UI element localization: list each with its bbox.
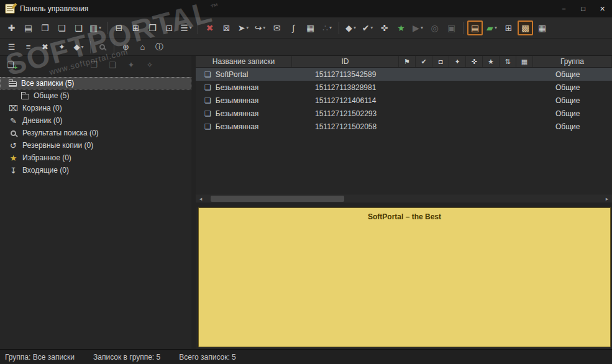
table-row[interactable]: ❏Безымянная 151127113828981 Общие: [196, 81, 612, 94]
maximize-button[interactable]: □: [573, 0, 593, 17]
info-button[interactable]: ⓘ: [152, 40, 167, 53]
insert-menu-button[interactable]: ↪: [252, 20, 268, 35]
check-icon: ✔: [421, 58, 426, 66]
column-header-id[interactable]: ID: [292, 56, 399, 67]
save-note-button[interactable]: ⊟: [111, 20, 127, 35]
calendar-mode-button[interactable]: ▦: [534, 20, 550, 35]
vertical-splitter[interactable]: [191, 56, 196, 349]
toolbar-separator: [339, 22, 339, 34]
table-row[interactable]: ❏Безымянная 151127121502293 Общие: [196, 107, 612, 120]
sidebar-item-common[interactable]: Общие (5): [0, 89, 191, 102]
insert-table-button[interactable]: ▦: [303, 20, 318, 35]
search-button[interactable]: [94, 40, 110, 53]
sidebar-item-inbox[interactable]: ↧ Входящие (0): [0, 164, 191, 176]
table-row[interactable]: ❏Безымянная 151127121406114 Общие: [196, 94, 612, 107]
table-row[interactable]: ❏Безымянная 151127121502058 Общие: [196, 120, 612, 133]
sidebar-item-backups[interactable]: ↺ Резервные копии (0): [0, 139, 191, 152]
sidebar-item-search-results[interactable]: Результаты поиска (0): [0, 127, 191, 139]
search-icon: [99, 44, 105, 50]
copy-note-button[interactable]: ❐: [37, 20, 53, 35]
sidebar-item-favorites[interactable]: ★ Избранное (0): [0, 152, 191, 164]
sidebar-item-trash[interactable]: ⌧ Корзина (0): [0, 102, 191, 114]
scroll-right-icon[interactable]: ▸: [602, 194, 612, 203]
column-header-pin[interactable]: ✜: [466, 56, 483, 67]
export-note-button[interactable]: ⊞: [128, 20, 144, 35]
note-icon: ❏: [204, 109, 211, 118]
sidebar: ❏ ❐ ❑ ✦ ✧ Все записки (5) Общие (5) ⌧ Ко…: [0, 56, 191, 349]
color-menu-button[interactable]: ▰: [484, 20, 500, 35]
column-header-group[interactable]: Группа: [533, 56, 612, 67]
column-header-star[interactable]: ★: [483, 56, 500, 67]
password-button[interactable]: ✦: [54, 40, 70, 53]
pin-note-button[interactable]: ✜: [377, 20, 392, 35]
status-in-group: Записок в группе: 5: [93, 353, 160, 362]
main-area: ❏ ❐ ❑ ✦ ✧ Все записки (5) Общие (5) ⌧ Ко…: [0, 56, 612, 349]
home-page-button[interactable]: ⌂: [135, 40, 150, 53]
note-icon: ❏: [204, 96, 211, 105]
column-header-name[interactable]: Название записки: [196, 56, 292, 67]
send-menu-button[interactable]: ➤: [235, 20, 251, 35]
scrollbar-track[interactable]: [206, 196, 601, 202]
tags-menu-button[interactable]: ◆: [343, 20, 359, 35]
table-mode-button[interactable]: ⊞: [501, 20, 516, 35]
notes-table: Название записки ID ⚑ ✔ ◘ ✦ ✜ ★ ⇅ ▦ Груп…: [196, 56, 612, 194]
sidebar-item-diary[interactable]: ✎ Дневник (0): [0, 114, 191, 127]
sort-menu-button[interactable]: ☰: [178, 20, 194, 35]
horizontal-scrollbar[interactable]: ◂ ▸: [196, 194, 612, 202]
column-header-check[interactable]: ✔: [416, 56, 432, 67]
add-group-button[interactable]: ❏: [4, 58, 17, 71]
structure-menu-button[interactable]: ☰: [4, 40, 19, 53]
print-note-button[interactable]: ⊡: [162, 20, 177, 35]
note-id-cell: 151127121502058: [292, 122, 399, 131]
column-header-flag[interactable]: ⚑: [399, 56, 416, 67]
sidebar-item-label: Резервные копии (0): [22, 141, 93, 150]
folder-open-icon: [9, 81, 17, 87]
search-icon: [9, 130, 18, 136]
set-group-password-button[interactable]: ✦: [124, 58, 138, 71]
import-note-button[interactable]: ▤: [21, 20, 36, 35]
duplicate-note-button[interactable]: ❑: [71, 20, 86, 35]
note-preview[interactable]: SoftPortal – the Best: [198, 207, 611, 347]
order-menu-button[interactable]: ≡: [21, 40, 36, 53]
todo-menu-button[interactable]: ✔: [360, 20, 375, 35]
content-area: Название записки ID ⚑ ✔ ◘ ✦ ✜ ★ ⇅ ▦ Груп…: [196, 56, 612, 349]
panel-view-button[interactable]: ▤: [467, 20, 483, 35]
web-services-button[interactable]: ⊕: [118, 40, 134, 53]
column-header-date[interactable]: ▦: [516, 56, 533, 67]
remove-group-password-button[interactable]: ✧: [143, 58, 157, 71]
archive-note-button[interactable]: ⊠: [219, 20, 234, 35]
close-button[interactable]: ✕: [593, 0, 612, 17]
sidebar-item-label: Избранное (0): [22, 153, 71, 162]
new-note-button[interactable]: ✚: [4, 20, 19, 35]
group-folders-button[interactable]: ❑: [106, 58, 119, 71]
column-header-sort[interactable]: ⇅: [500, 56, 516, 67]
new-subgroup-button[interactable]: ❐: [87, 58, 101, 71]
sidebar-item-label: Входящие (0): [22, 166, 69, 175]
templates-menu-button[interactable]: ▥: [88, 20, 103, 35]
status-group: Группа: Все записки: [5, 353, 75, 362]
scrollbar-thumb[interactable]: [211, 196, 344, 202]
delete-note-button[interactable]: ✖: [202, 20, 217, 35]
add-favorite-button[interactable]: ★: [393, 20, 409, 35]
print-preview-button[interactable]: ❒: [145, 20, 160, 35]
paste-note-button[interactable]: ❏: [54, 20, 70, 35]
note-title: Безымянная: [216, 122, 259, 131]
encrypt-menu-button[interactable]: ◆: [71, 40, 86, 53]
column-header-key[interactable]: ✦: [449, 56, 466, 67]
backup-icon: ↺: [9, 141, 18, 150]
note-id-cell: 151127121406114: [292, 96, 399, 105]
attach-file-button[interactable]: ∫: [286, 20, 301, 35]
sort-icon: ⇅: [505, 58, 510, 66]
clear-button[interactable]: ✖: [37, 40, 53, 53]
email-note-button[interactable]: ✉: [269, 20, 285, 35]
key-icon: ✦: [454, 58, 460, 66]
sidebar-item-all-notes[interactable]: Все записки (5): [0, 77, 191, 89]
grid-mode-button[interactable]: ▩: [518, 20, 533, 35]
sidebar-item-label: Корзина (0): [22, 104, 62, 112]
column-header-lock[interactable]: ◘: [432, 56, 449, 67]
table-row[interactable]: ❏SoftPortal 151127113542589 Общие: [196, 68, 612, 81]
sidebar-item-label: Дневник (0): [22, 116, 62, 125]
minimize-button[interactable]: −: [554, 0, 573, 17]
horizontal-splitter[interactable]: [196, 202, 612, 207]
scroll-left-icon[interactable]: ◂: [196, 194, 206, 203]
